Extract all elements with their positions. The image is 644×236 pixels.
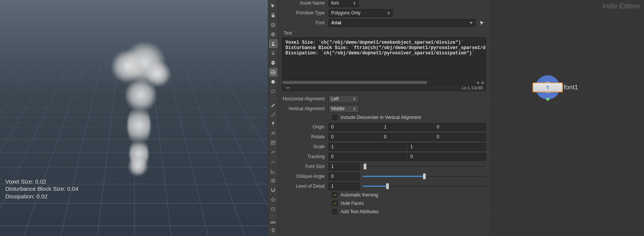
font-dropdown[interactable]: Arial <box>328 19 475 27</box>
scrollbar-track[interactable] <box>282 81 475 84</box>
svg-point-12 <box>271 80 275 83</box>
chevron-updown-icon <box>352 0 356 6</box>
svg-point-22 <box>273 180 274 181</box>
node-chip[interactable]: T <box>532 82 563 92</box>
overlay-line-2: Disturbance Block Size: 0.04 <box>5 185 78 193</box>
overlay-line-1: Voxel Size: 0.02 <box>5 178 78 185</box>
snap-icon[interactable] <box>269 176 277 185</box>
resize-grip-icon[interactable] <box>285 87 290 89</box>
lod-slider[interactable] <box>363 182 486 190</box>
font-label: Font <box>282 20 328 25</box>
auto-kerning-checkbox[interactable] <box>332 192 338 198</box>
viewport-grid <box>0 66 268 236</box>
person-icon[interactable] <box>269 40 277 48</box>
tracking-y-field[interactable]: 0 <box>408 153 486 161</box>
scale-x-field[interactable]: 1 <box>328 143 407 151</box>
rotate-x-field[interactable]: 0 <box>328 133 381 141</box>
chevron-updown-icon <box>352 96 356 101</box>
add-text-attr-checkbox[interactable] <box>332 209 338 214</box>
scroll-right-icon[interactable]: ▸ <box>480 80 486 85</box>
pin-toggle-icon[interactable] <box>269 226 277 234</box>
svg-point-25 <box>272 228 274 231</box>
svg-rect-6 <box>273 54 274 55</box>
svg-point-4 <box>272 42 274 43</box>
viewport-3d[interactable]: Voxel Size: 0.02 Disturbance Block Size:… <box>0 0 268 236</box>
origin-z-field[interactable]: 0 <box>434 123 486 131</box>
rotate-y-field[interactable]: 0 <box>381 133 434 141</box>
oblique-label: Oblique Angle <box>282 174 328 179</box>
svg-point-7 <box>272 62 273 63</box>
v-align-dropdown[interactable]: Middle <box>328 105 359 113</box>
chevron-updown-icon <box>352 106 356 111</box>
origin-x-field[interactable]: 0 <box>328 123 381 131</box>
svg-point-5 <box>272 51 274 54</box>
cursor-position: Ln 1, Col 66 <box>462 86 483 90</box>
skull-icon[interactable] <box>269 59 277 67</box>
add-text-attr-label: Add Text Attributes <box>341 209 379 214</box>
node-label[interactable]: font1 <box>564 84 578 91</box>
include-descender-checkbox[interactable] <box>332 115 338 120</box>
font-node[interactable]: T font1 <box>536 75 578 100</box>
font-size-field[interactable]: 1 <box>328 163 360 171</box>
box-icon[interactable] <box>269 205 277 213</box>
viewport-toolstrip: 12 abc <box>268 0 278 236</box>
text-code-editor[interactable]: Voxel Size: `ch("/obj/demo/dopnet1/smoke… <box>282 37 486 80</box>
svg-point-2 <box>273 24 274 25</box>
pin-icon[interactable] <box>269 119 277 128</box>
target-icon[interactable] <box>269 21 277 29</box>
asset-name-dropdown[interactable]: font <box>328 0 359 7</box>
note-icon[interactable] <box>269 138 277 147</box>
toolstrip-bottom <box>268 224 278 236</box>
fx-icon[interactable] <box>269 195 277 204</box>
bulb-icon[interactable] <box>269 49 277 57</box>
chevron-updown-icon <box>387 10 391 16</box>
include-descender-label: Include Descender in Vertical Alignment <box>341 115 421 120</box>
v-align-label: Vertical Alignment <box>282 106 328 111</box>
font-size-slider[interactable] <box>363 163 486 170</box>
hole-faces-checkbox[interactable] <box>332 201 338 206</box>
oblique-field[interactable]: 0 <box>328 173 360 181</box>
axis-icon[interactable] <box>269 167 277 175</box>
crosshair-icon[interactable] <box>269 68 277 76</box>
svg-point-13 <box>272 81 273 82</box>
tracking-x-field[interactable]: 0 <box>328 153 407 161</box>
brush-icon[interactable] <box>269 100 277 109</box>
svg-rect-0 <box>272 15 275 17</box>
svg-rect-23 <box>272 207 275 211</box>
rotate-label: Rotate <box>282 134 328 139</box>
h-align-label: Horizontal Alignment <box>282 96 328 101</box>
editor-scrollbar[interactable]: ◂ ▸ <box>282 80 486 85</box>
node-ring-icon: T <box>536 75 560 100</box>
rotate-z-field[interactable]: 0 <box>434 133 486 141</box>
scale-label: Scale <box>282 144 328 149</box>
shader-icon[interactable] <box>269 78 277 86</box>
lasso-icon[interactable] <box>269 87 277 95</box>
ruler-icon[interactable]: 12 <box>269 129 277 137</box>
scale-y-field[interactable]: 1 <box>408 143 486 151</box>
oblique-slider[interactable] <box>363 173 486 180</box>
origin-label: Origin <box>282 124 328 130</box>
network-editor[interactable]: Indie Edition T font1 <box>490 0 644 236</box>
scroll-left-icon[interactable]: ◂ <box>475 80 480 85</box>
scrollbar-thumb[interactable] <box>282 81 427 84</box>
cursor-icon[interactable] <box>269 2 277 10</box>
svg-rect-15 <box>271 141 275 144</box>
overlay-line-3: Dissipation: 0.02 <box>5 193 78 200</box>
primitive-type-dropdown[interactable]: Polygons Only <box>328 9 393 17</box>
tracking-label: Tracking <box>282 154 328 159</box>
chevron-down-icon <box>470 22 473 24</box>
curve-icon[interactable] <box>269 157 277 166</box>
h-align-dropdown[interactable]: Left <box>328 95 359 103</box>
lock-icon[interactable] <box>269 11 277 19</box>
pen-icon[interactable] <box>269 110 277 118</box>
primitive-type-label: Primitive Type <box>282 10 328 16</box>
magnet-icon[interactable] <box>269 186 277 194</box>
path-icon[interactable] <box>269 148 277 156</box>
asset-name-label: Asset Name <box>282 0 328 6</box>
globe-icon[interactable] <box>269 30 277 38</box>
lod-field[interactable]: 1 <box>328 182 360 190</box>
node-output-dot[interactable] <box>546 98 549 101</box>
origin-y-field[interactable]: 1 <box>381 123 434 131</box>
font-picker-button[interactable] <box>478 19 486 27</box>
svg-point-14 <box>271 90 275 92</box>
